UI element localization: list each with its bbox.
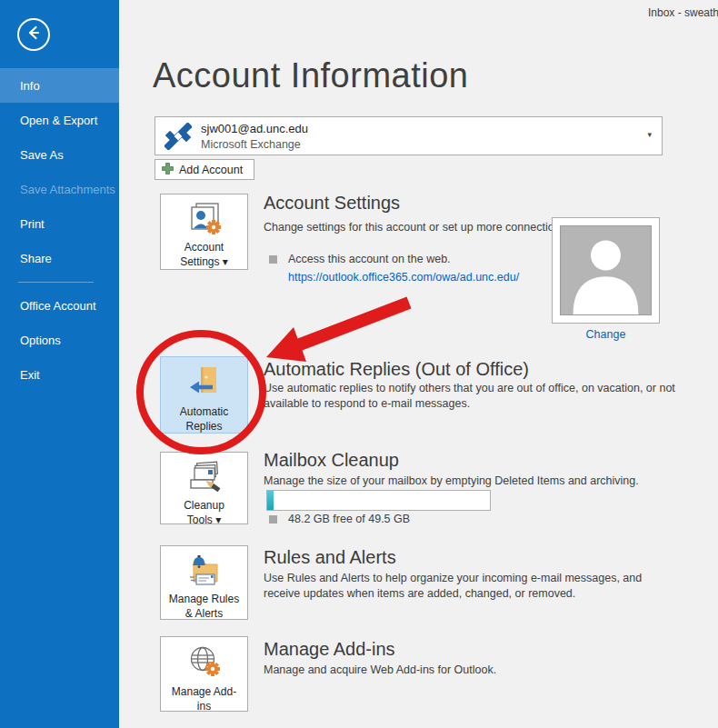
cleanup-tools-button-label: Cleanup Tools ▾ (184, 499, 224, 527)
sidebar-item-label: Options (20, 334, 61, 347)
account-settings-button[interactable]: Account Settings ▾ (160, 194, 248, 270)
sidebar-item-open-export[interactable]: Open & Export (0, 103, 119, 137)
back-button[interactable] (17, 18, 50, 51)
automatic-replies-body: Use automatic replies to notify others t… (264, 381, 677, 412)
sidebar-divider (18, 282, 94, 283)
sidebar-item-label: Share (20, 252, 52, 265)
account-selector-dropdown[interactable]: sjw001@ad.unc.edu Microsoft Exchange ▾ (155, 116, 663, 155)
backstage-sidebar: Info Open & Export Save As Save Attachme… (0, 0, 119, 728)
sidebar-item-exit[interactable]: Exit (0, 357, 119, 392)
rules-alerts-body: Use Rules and Alerts to help organize yo… (264, 571, 673, 602)
plus-icon (162, 163, 174, 177)
cleanup-tools-button[interactable]: Cleanup Tools ▾ (160, 452, 248, 524)
exchange-logo-icon (165, 123, 192, 154)
rules-alerts-icon (184, 554, 224, 593)
sidebar-item-label: Print (20, 217, 45, 231)
manage-addins-button-label: Manage Add- ins (172, 685, 236, 713)
account-type: Microsoft Exchange (201, 138, 301, 151)
mailbox-quota-bar (266, 490, 491, 511)
manage-addins-heading: Manage Add-ins (264, 639, 395, 660)
mailbox-cleanup-body: Manage the size of your mailbox by empty… (264, 474, 677, 489)
sidebar-item-label: Save Attachments (20, 183, 115, 196)
bullet-square-icon (269, 515, 277, 524)
sidebar-item-info[interactable]: Info (0, 68, 119, 103)
sidebar-item-share[interactable]: Share (0, 241, 119, 275)
page-title: Account Information (153, 56, 468, 95)
change-photo-link[interactable]: Change (552, 328, 660, 341)
manage-rules-alerts-button[interactable]: Manage Rules & Alerts (160, 545, 248, 620)
automatic-replies-heading: Automatic Replies (Out of Office) (264, 359, 529, 380)
window-title: Inbox - sweath (648, 6, 718, 19)
mailbox-cleanup-heading: Mailbox Cleanup (264, 450, 399, 471)
sidebar-item-options[interactable]: Options (0, 323, 119, 357)
red-arrow-annotation (266, 297, 412, 363)
backstage-nav: Info Open & Export Save As Save Attachme… (0, 68, 119, 392)
manage-addins-button[interactable]: Manage Add- ins (160, 636, 248, 712)
mailbox-quota-text: 48.2 GB free of 49.5 GB (288, 513, 410, 525)
account-web-access-text: Access this account on the web. (288, 253, 451, 265)
back-arrow-icon (25, 24, 43, 45)
account-settings-icon (185, 203, 224, 241)
manage-rules-alerts-button-label: Manage Rules & Alerts (169, 593, 239, 621)
dropdown-caret-icon: ▾ (215, 514, 221, 526)
automatic-replies-button[interactable]: Automatic Replies (160, 356, 248, 434)
account-email: sjw001@ad.unc.edu (201, 122, 308, 135)
chevron-down-icon: ▾ (647, 130, 652, 139)
account-settings-heading: Account Settings (264, 193, 400, 214)
add-account-button[interactable]: Add Account (155, 159, 254, 180)
sidebar-item-label: Save As (20, 148, 64, 162)
mailbox-quota-fill (267, 491, 274, 510)
sidebar-item-print[interactable]: Print (0, 206, 119, 241)
manage-addins-icon (185, 645, 224, 685)
sidebar-item-label: Office Account (20, 299, 96, 313)
sidebar-item-office-account[interactable]: Office Account (0, 288, 119, 323)
sidebar-item-label: Open & Export (20, 114, 97, 127)
account-settings-body: Change settings for this account or set … (264, 220, 577, 235)
automatic-replies-icon (185, 365, 224, 405)
dropdown-caret-icon: ▾ (223, 255, 228, 268)
automatic-replies-button-label: Automatic Replies (180, 405, 228, 434)
sidebar-item-save-as[interactable]: Save As (0, 137, 119, 172)
cleanup-tools-icon (185, 461, 224, 499)
account-photo (552, 217, 660, 324)
bullet-square-icon (269, 255, 277, 264)
sidebar-item-label: Exit (20, 368, 40, 382)
person-silhouette-icon (560, 225, 652, 315)
add-account-label: Add Account (179, 164, 243, 176)
owa-link[interactable]: https://outlook.office365.com/owa/ad.unc… (288, 271, 519, 284)
account-settings-button-label: Account Settings ▾ (180, 241, 228, 269)
manage-addins-body: Manage and acquire Web Add-ins for Outlo… (264, 663, 677, 678)
rules-alerts-heading: Rules and Alerts (264, 547, 396, 568)
sidebar-item-save-attachments: Save Attachments (0, 172, 119, 206)
sidebar-item-label: Info (20, 79, 40, 93)
